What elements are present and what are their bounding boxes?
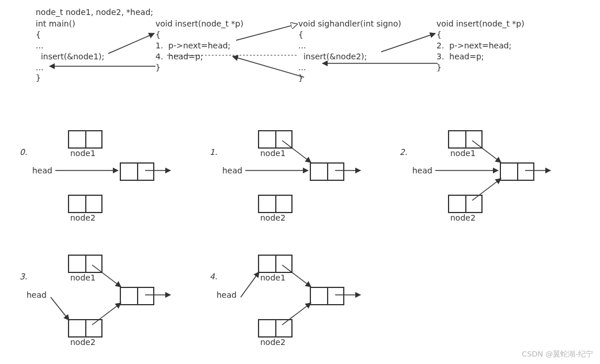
s1-node1-lbl: node1 xyxy=(260,149,286,158)
insert2-block: void insert(node_t *p) { 2. p->next=head… xyxy=(436,18,525,73)
s2-node1-lbl: node1 xyxy=(450,149,476,158)
s2-head-lbl: head xyxy=(412,166,432,175)
s1-head-lbl: head xyxy=(222,166,242,175)
s0-node1-box xyxy=(68,130,102,149)
s1-node2-lbl: node2 xyxy=(260,213,286,222)
step-2-label: 2. xyxy=(400,147,407,157)
s0-node2-box xyxy=(68,195,102,213)
s1-node2-box xyxy=(258,195,293,213)
s1-head-box xyxy=(310,162,344,181)
svg-line-0 xyxy=(108,33,154,54)
s2-node2-lbl: node2 xyxy=(450,213,476,222)
s2-node2-box xyxy=(448,195,483,213)
svg-line-16 xyxy=(51,297,69,320)
s0-node2-lbl: node2 xyxy=(70,213,96,222)
s0-head-lbl: head xyxy=(32,166,52,175)
s2-node1-box xyxy=(448,130,483,149)
s2-head-box xyxy=(500,162,534,181)
svg-line-1 xyxy=(236,24,297,40)
step-1-label: 1. xyxy=(210,147,217,157)
watermark: CSDN @翼蛇湖-纪宁 xyxy=(522,349,593,359)
s1-node1-box xyxy=(258,130,293,149)
s4-node2-lbl: node2 xyxy=(260,338,286,347)
s4-node1-box xyxy=(258,255,293,273)
insert1-block: void insert(node_t *p) { 1. p->next=head… xyxy=(155,18,244,73)
main-block: int main() { ... insert(&node1); ... } xyxy=(36,18,104,84)
s4-node1-lbl: node1 xyxy=(260,273,286,282)
s0-head-box xyxy=(120,162,154,181)
step-0-label: 0. xyxy=(20,147,27,157)
s3-head-box xyxy=(120,287,154,305)
s4-head-box xyxy=(310,287,344,305)
s3-node2-box xyxy=(68,319,102,338)
decl-line: node_t node1, node2, *head; xyxy=(36,7,153,18)
sighandler-block: void sighandler(int signo) { ... insert(… xyxy=(298,18,401,84)
s0-node1-lbl: node1 xyxy=(70,149,96,158)
svg-line-20 xyxy=(241,272,259,297)
s3-node1-lbl: node1 xyxy=(70,273,96,282)
s4-head-lbl: head xyxy=(217,290,237,299)
s3-head-lbl: head xyxy=(26,290,47,299)
step-3-label: 3. xyxy=(20,272,27,281)
step-4-label: 4. xyxy=(210,272,217,281)
s3-node2-lbl: node2 xyxy=(70,338,96,347)
s4-node2-box xyxy=(258,319,293,338)
s3-node1-box xyxy=(68,255,102,273)
